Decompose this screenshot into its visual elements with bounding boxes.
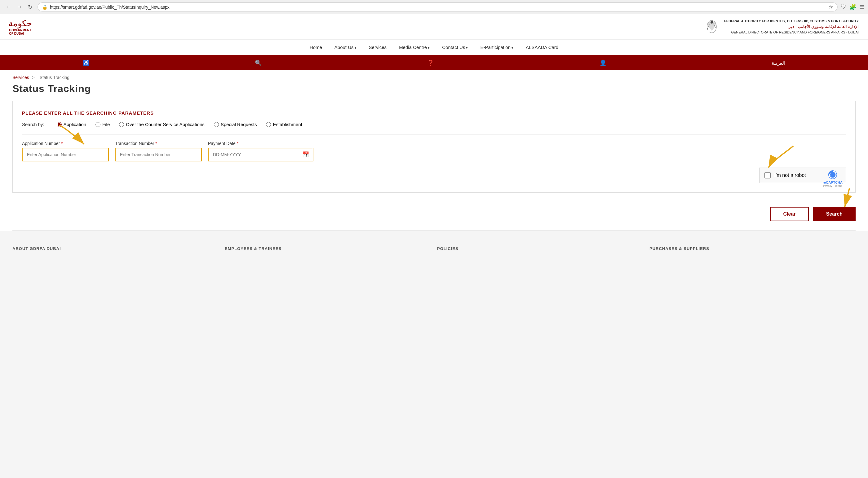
captcha-label: I'm not a robot xyxy=(774,173,806,178)
calendar-icon[interactable]: 📅 xyxy=(299,151,313,158)
radio-application-label: Application xyxy=(64,122,86,127)
url-input[interactable] xyxy=(50,5,826,10)
forward-button[interactable]: → xyxy=(15,3,24,11)
recaptcha-brand xyxy=(823,170,843,181)
radio-otc-label: Over the Counter Service Applications xyxy=(126,122,204,127)
footer-col-about: ABOUT GDRFA DUBAI xyxy=(12,246,219,254)
nav-about-us[interactable]: About Us xyxy=(328,40,363,55)
radio-file-label: File xyxy=(102,122,110,127)
payment-date-label: Payment Date * xyxy=(208,141,313,146)
falcon-icon xyxy=(704,20,719,34)
footer-about-title: ABOUT GDRFA DUBAI xyxy=(12,246,219,251)
svg-point-1 xyxy=(711,21,713,24)
captcha-wrapper: I'm not a robot reCAPTCHA Privacy - Term… xyxy=(759,168,846,183)
breadcrumb-current: Status Tracking xyxy=(40,75,70,80)
search-icon[interactable]: 🔍 xyxy=(249,58,268,68)
logo-section: حكومة GOVERNMENT OF DUBAI xyxy=(9,18,31,36)
payment-date-input[interactable] xyxy=(209,148,299,161)
authority-subtitle: GENERAL DIRECTORATE OF RESIDENCY AND FOR… xyxy=(724,30,859,35)
site-header: حكومة GOVERNMENT OF DUBAI FEDERAL AUTHOR… xyxy=(0,14,868,39)
application-number-label: Application Number * xyxy=(22,141,109,146)
radio-file-input[interactable] xyxy=(95,122,100,127)
required-marker-2: * xyxy=(155,141,157,146)
authority-logo-wrapper: FEDERAL AUTHORITY FOR IDENTITY, CITIZENS… xyxy=(703,19,859,35)
search-by-label: Search by: xyxy=(22,122,44,127)
radio-special-input[interactable] xyxy=(214,122,219,127)
nav-alsaada-card[interactable]: ALSAADA Card xyxy=(520,40,564,55)
transaction-number-input[interactable] xyxy=(115,148,202,161)
authority-arabic: الإدارة العامة للإقامة وشؤون الأجانب - د… xyxy=(724,24,859,30)
breadcrumb-parent[interactable]: Services xyxy=(12,75,29,80)
accessibility-icon[interactable]: ♿ xyxy=(76,58,96,68)
authority-text-block: FEDERAL AUTHORITY FOR IDENTITY, CITIZENS… xyxy=(724,19,859,35)
authority-logo-icon xyxy=(703,19,721,34)
lock-icon: 🔒 xyxy=(42,5,48,10)
nav-e-participation[interactable]: E-Participation xyxy=(474,40,520,55)
captcha-logo: reCAPTCHA Privacy - Terms xyxy=(823,170,843,187)
icon-bar: ♿ 🔍 ❓ 👤 العربية xyxy=(0,56,868,70)
nav-media-centre[interactable]: Media Centre xyxy=(393,40,436,55)
browser-chrome: ← → ↻ 🔒 ☆ 🛡 🧩 ☰ xyxy=(0,0,868,14)
radio-special-requests[interactable]: Special Requests xyxy=(214,122,257,127)
form-heading: PLEASE ENTER ALL THE SEARCHING PARAMETER… xyxy=(22,110,846,115)
date-input-wrapper: 📅 xyxy=(208,148,313,161)
radio-file[interactable]: File xyxy=(95,122,110,127)
form-section: PLEASE ENTER ALL THE SEARCHING PARAMETER… xyxy=(12,101,856,193)
back-button[interactable]: ← xyxy=(4,3,13,11)
fields-wrapper: Application Number * Transaction Number … xyxy=(22,141,846,161)
captcha-section: I'm not a robot reCAPTCHA Privacy - Term… xyxy=(22,168,846,183)
radio-establishment-label: Establishment xyxy=(273,122,302,127)
footer-col-policies: POLICIES xyxy=(437,246,643,254)
application-number-field: Application Number * xyxy=(22,141,109,161)
logo-text: GOVERNMENT OF DUBAI xyxy=(9,29,31,35)
help-icon[interactable]: ❓ xyxy=(421,58,440,68)
authority-section: FEDERAL AUTHORITY FOR IDENTITY, CITIZENS… xyxy=(703,19,859,35)
search-button[interactable]: Search xyxy=(813,207,856,221)
footer-purchases-title: PURCHASES & SUPPLIERS xyxy=(649,246,856,251)
captcha-privacy-text: Privacy - Terms xyxy=(823,184,843,187)
refresh-button[interactable]: ↻ xyxy=(26,3,34,11)
nav-services[interactable]: Services xyxy=(363,40,393,55)
required-marker-3: * xyxy=(237,141,238,146)
footer-policies-title: POLICIES xyxy=(437,246,643,251)
captcha-checkbox[interactable] xyxy=(765,172,771,178)
content-separator xyxy=(12,231,856,231)
breadcrumb: Services > Status Tracking xyxy=(0,70,868,80)
shield-icon: 🛡 xyxy=(841,4,846,10)
footer: ABOUT GDRFA DUBAI EMPLOYEES & TRAINEES P… xyxy=(0,237,868,263)
fields-row: Application Number * Transaction Number … xyxy=(22,141,846,161)
arabic-toggle[interactable]: العربية xyxy=(765,59,792,67)
page-title: Status Tracking xyxy=(0,80,868,101)
radio-application[interactable]: Application xyxy=(57,122,86,127)
footer-col-purchases: PURCHASES & SUPPLIERS xyxy=(649,246,856,254)
breadcrumb-separator: > xyxy=(32,75,35,80)
authority-title: FEDERAL AUTHORITY FOR IDENTITY, CITIZENS… xyxy=(724,19,859,24)
required-marker: * xyxy=(61,141,63,146)
search-by-row: Search by: Application File Over the Cou… xyxy=(22,122,846,127)
footer-employees-title: EMPLOYEES & TRAINEES xyxy=(225,246,431,251)
transaction-number-field: Transaction Number * xyxy=(115,141,202,161)
radio-establishment[interactable]: Establishment xyxy=(266,122,302,127)
footer-col-employees: EMPLOYEES & TRAINEES xyxy=(225,246,431,254)
clear-button[interactable]: Clear xyxy=(770,207,809,221)
star-icon: ☆ xyxy=(829,4,833,10)
nav-home[interactable]: Home xyxy=(304,40,328,55)
radio-otc[interactable]: Over the Counter Service Applications xyxy=(119,122,204,127)
dubai-logo: حكومة GOVERNMENT OF DUBAI xyxy=(9,18,31,36)
payment-date-field: Payment Date * 📅 xyxy=(208,141,313,161)
radio-establishment-input[interactable] xyxy=(266,122,271,127)
menu-icon: ☰ xyxy=(859,4,864,10)
radio-application-input[interactable] xyxy=(57,122,62,127)
recaptcha-text-label: reCAPTCHA xyxy=(823,181,843,184)
main-nav: Home About Us Services Media Centre Cont… xyxy=(0,39,868,56)
transaction-number-label: Transaction Number * xyxy=(115,141,202,146)
user-icon[interactable]: 👤 xyxy=(593,58,613,68)
extensions-icon: 🧩 xyxy=(849,4,856,10)
application-number-input[interactable] xyxy=(22,148,109,161)
content-area: Services > Status Tracking Status Tracki… xyxy=(0,70,868,231)
address-bar[interactable]: 🔒 ☆ xyxy=(37,2,838,11)
browser-toolbar: 🛡 🧩 ☰ xyxy=(841,4,864,10)
radio-special-label: Special Requests xyxy=(221,122,257,127)
nav-contact-us[interactable]: Contact Us xyxy=(436,40,474,55)
radio-otc-input[interactable] xyxy=(119,122,124,127)
